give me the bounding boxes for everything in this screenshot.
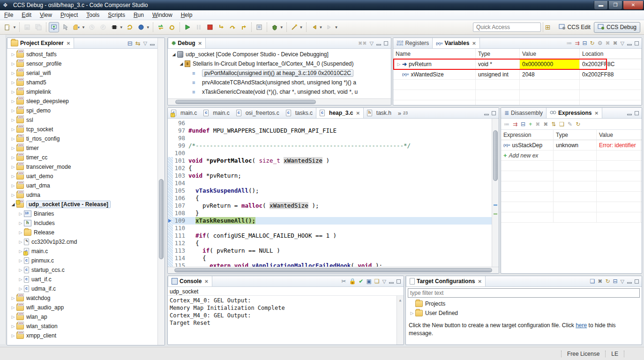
link-with-editor-icon[interactable]: ⇆ (135, 40, 141, 47)
tab-expressions[interactable]: Expressions✕ (546, 108, 602, 118)
project-tree-item[interactable]: ▷uart_demo (7, 172, 165, 181)
project-tree-item[interactable]: ▷main.c (7, 247, 165, 256)
tab-registers[interactable]: 10100101Registers (393, 38, 432, 48)
tree-collapsed-arrow[interactable]: ▷ (17, 277, 24, 282)
tree-collapsed-arrow[interactable]: ▷ (10, 127, 16, 132)
project-tree-item[interactable]: ▷ti_rtos_config (7, 134, 165, 143)
collapse-all-icon[interactable]: ⊟ (583, 40, 587, 46)
editor-tab-main-c[interactable]: main.c (200, 108, 232, 118)
column-header-name[interactable]: Name (393, 49, 476, 59)
close-tab-icon[interactable]: ✕ (594, 111, 598, 116)
tree-collapsed-arrow[interactable]: ▷ (17, 268, 24, 272)
scroll-lock-icon[interactable]: 🔒 (349, 278, 356, 285)
project-tree-item[interactable]: ▷spi_demo (7, 106, 165, 115)
resume-icon[interactable] (182, 22, 193, 32)
code-line[interactable]: 111 #if( configUSE_MALLOC_FAILED_HOOK ==… (168, 232, 492, 240)
code-line[interactable]: 110 (168, 225, 492, 232)
code-line[interactable]: 98 (168, 135, 492, 142)
minimize-button[interactable]: ▬ (594, 1, 608, 10)
debug-tree-item[interactable]: ◢Stellaris In-Circuit Debug Interface_0/… (168, 59, 391, 68)
terminate-icon[interactable] (205, 22, 215, 32)
minimize-view-icon[interactable] (376, 44, 381, 45)
tree-collapsed-arrow[interactable]: ▷ (10, 52, 16, 57)
project-tree-item[interactable]: ▷tcp_socket (7, 125, 165, 134)
new-icon[interactable] (2, 22, 13, 32)
refresh-icon[interactable]: ↻ (605, 278, 610, 285)
step-return-icon[interactable] (239, 22, 249, 32)
editor-tab-tasks-c[interactable]: tasks.c (283, 108, 316, 118)
tab-target-configurations[interactable]: Target Configurations✕ (406, 276, 486, 286)
variable-row[interactable]: (x)=xWantedSizeunsigned int20480x2002FF8… (393, 69, 642, 80)
code-line[interactable]: 105 vTaskSuspendAll(); (168, 187, 492, 195)
load-program-icon[interactable] (71, 22, 82, 32)
editor-tab-heap_3-c[interactable]: heap_3.c✕ (316, 108, 364, 118)
project-tree-item[interactable]: ▷transceiver_mode (7, 162, 165, 172)
remove-icon[interactable]: ✖ (535, 121, 540, 128)
project-tree-item[interactable]: ▷udma (7, 190, 165, 200)
show-type-names-icon[interactable]: ≔ (566, 40, 572, 46)
collapse-all-icon[interactable]: ⊟ (613, 278, 617, 285)
code-line[interactable]: 100 (168, 150, 492, 157)
tab-disassembly[interactable]: ≣Disassembly (501, 108, 546, 118)
code-line[interactable]: 114 { (168, 255, 492, 262)
clear-console-icon[interactable]: ✂ (341, 278, 346, 285)
menu-help[interactable]: Help (177, 11, 197, 19)
reset-icon[interactable] (125, 22, 135, 32)
code-line[interactable]: 109 xTaskResumeAll(); (168, 217, 492, 225)
perspective-ccs-debug[interactable]: CCS Debug (594, 22, 640, 33)
project-tree-item[interactable]: ▷sdhost_fatfs (7, 50, 165, 59)
tree-collapsed-arrow[interactable]: ▷ (17, 240, 24, 244)
minimize-view-icon[interactable] (627, 44, 632, 45)
variable-row[interactable]: ▷➜pvReturnvoid *0x000000000x2002FF8C (393, 59, 642, 69)
tree-collapsed-arrow[interactable]: ▷ (10, 61, 16, 66)
display-console-icon[interactable]: ▣ (366, 278, 371, 285)
tree-collapsed-arrow[interactable]: ▷ (10, 315, 16, 319)
view-menu-icon[interactable]: ▽ (621, 278, 624, 285)
code-line[interactable]: 104 (168, 180, 492, 187)
code-line[interactable]: 99/*------------------------------------… (168, 142, 492, 150)
remove-all-terminated-icon[interactable]: ✖✖ (358, 40, 367, 46)
console-output[interactable]: Cortex_M4_0: GEL Output:Memory Map Initi… (168, 295, 404, 345)
tree-collapsed-arrow[interactable]: ▷ (10, 296, 16, 300)
connect-target-icon-dropdown[interactable]: ▼ (146, 25, 150, 30)
menu-file[interactable]: File (0, 11, 17, 19)
tab-project-explorer[interactable]: Project Explorer✕ (7, 38, 74, 48)
code-line[interactable]: 102{ (168, 165, 492, 172)
expression-row[interactable]: +Add new ex (501, 150, 642, 161)
load-program-icon-dropdown[interactable]: ▼ (82, 25, 85, 30)
project-tree-item[interactable]: ▷xmpp_client (7, 331, 165, 340)
debug-tree-item[interactable]: ≡prvAllocateTCBAndStack(unsigned short, … (168, 78, 391, 87)
remove-all-icon[interactable]: ✖ (613, 40, 617, 46)
maximize-view-icon[interactable] (635, 41, 639, 45)
tree-collapsed-arrow[interactable]: ▷ (10, 136, 16, 141)
column-header-location[interactable]: Location (580, 49, 642, 59)
refresh-icon[interactable]: ↻ (590, 40, 595, 46)
maximize-view-icon[interactable] (635, 111, 639, 115)
project-tree-item[interactable]: ▷Release (7, 228, 165, 237)
project-explorer-scrollbar[interactable] (157, 38, 165, 345)
tree-collapsed-arrow[interactable]: ▷ (10, 146, 16, 150)
console-scrollbar[interactable]: ▲ (397, 296, 404, 345)
tree-collapsed-arrow[interactable]: ▷ (10, 305, 16, 310)
show-type-names-icon[interactable]: ≔ (504, 121, 509, 128)
expand-arrow[interactable]: ▷ (396, 62, 402, 67)
code-line[interactable]: 107 pvReturn = malloc( xWantedSize ); (168, 202, 492, 210)
editor-scrollbar[interactable] (492, 119, 499, 267)
project-tree-item[interactable]: ▷ssl (7, 115, 165, 125)
logical-structure-icon[interactable]: ⇉ (513, 121, 517, 128)
forward-icon[interactable] (324, 22, 334, 32)
save-icon[interactable] (22, 22, 32, 32)
minimize-view-icon[interactable] (484, 114, 489, 115)
debug-hscrollbar[interactable] (168, 98, 391, 105)
tree-collapsed-arrow[interactable]: ▷ (10, 174, 16, 179)
column-header-type[interactable]: Type (476, 49, 520, 59)
rewind-icon[interactable] (87, 22, 97, 32)
tab-variables[interactable]: (x)=Variables✕ (432, 38, 480, 48)
project-tree-item[interactable]: ▷udma_if.c (7, 284, 165, 293)
hide-message-link[interactable]: here (576, 322, 587, 329)
tree-expanded-arrow[interactable]: ◢ (10, 202, 16, 207)
project-tree-item[interactable]: ▷Includes (7, 218, 165, 228)
tree-collapsed-arrow[interactable]: ▷ (17, 286, 24, 291)
new-view-icon[interactable]: ❏ (559, 121, 564, 128)
project-tree-item[interactable]: ▷sensor_profile (7, 59, 165, 68)
